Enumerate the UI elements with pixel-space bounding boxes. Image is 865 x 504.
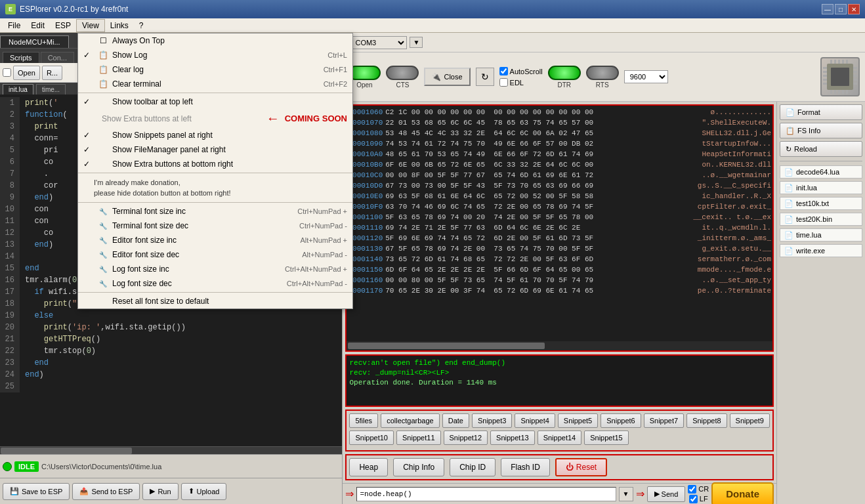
reset-button[interactable]: ⏻ Reset <box>555 458 607 476</box>
menu-log-font-inc[interactable]: 🔧 Log font size inc Ctrl+Alt+NumPad + <box>78 262 352 276</box>
menu-edit[interactable]: Edit <box>26 20 50 32</box>
com-port-select[interactable]: COM3 <box>348 36 407 49</box>
file-decode64[interactable]: 📄 decode64.lua <box>780 165 862 178</box>
save-to-esp-button[interactable]: 💾 Save to ESP <box>3 483 70 500</box>
menu-terminal-font-dec[interactable]: 🔧 Terminal font size dec Ctrl+NumPad - <box>78 219 352 233</box>
hex-line: 000010F063 70 74 46 69 6C 74 65 72 2E 00… <box>348 201 771 212</box>
menu-terminal-font-inc[interactable]: 🔧 Terminal font size inc Ctrl+NumPad + <box>78 204 352 219</box>
snippet-13[interactable]: Snippet13 <box>490 430 535 445</box>
snippet-11[interactable]: Snippet11 <box>396 430 441 445</box>
lf-checkbox[interactable] <box>689 495 698 503</box>
menu-view[interactable]: View <box>76 19 105 32</box>
minimize-button[interactable]: — <box>822 4 833 14</box>
send-button[interactable]: ▶ Send <box>647 486 686 502</box>
log-icon: 📋 <box>98 50 108 60</box>
menu-show-log[interactable]: ✓ 📋 Show Log Ctrl+L <box>78 48 352 62</box>
menu-file[interactable]: File <box>3 20 26 32</box>
reload-toolbar-button[interactable]: R... <box>42 66 62 80</box>
close-button[interactable]: 🔌 Close <box>424 68 470 86</box>
editor-hscrollbar[interactable] <box>0 446 342 454</box>
snippet-8[interactable]: Snippet8 <box>686 413 727 428</box>
snippet-3[interactable]: Snippet3 <box>472 413 512 428</box>
log-area[interactable]: recv:an't open file") end end_dump() rec… <box>345 354 774 407</box>
edl-checkbox[interactable] <box>499 78 508 87</box>
flash-id-button[interactable]: Flash ID <box>501 458 550 476</box>
tab-nodemcu[interactable]: NodeMCU+Mi... <box>0 35 69 48</box>
menu-editor-font-inc[interactable]: 🔧 Editor font size inc Alt+NumPad + <box>78 233 352 247</box>
command-input[interactable] <box>356 487 616 501</box>
hex-hscroll-thumb[interactable] <box>348 343 545 349</box>
menu-esp[interactable]: ESP <box>50 20 76 32</box>
menu-show-extra-left[interactable]: Show Extra buttons at left ← COMING SOON <box>78 109 352 128</box>
snippet-6[interactable]: Snippet6 <box>601 413 641 428</box>
reload-button[interactable]: ↻ Reload <box>780 141 862 157</box>
file-test20k[interactable]: 📄 test20K.bin <box>780 213 862 226</box>
snippet-14[interactable]: Snippet14 <box>538 430 582 445</box>
menu-show-toolbar[interactable]: ✓ Show toolbar at top left <box>78 94 352 109</box>
snippet-4[interactable]: Snippet4 <box>515 413 555 428</box>
dtr-button[interactable] <box>548 66 581 80</box>
snippet-10[interactable]: Snippet10 <box>349 430 394 445</box>
snippet-7[interactable]: Snippet7 <box>644 413 684 428</box>
title-bar: E ESPlorer v0.2.0-rc1 by 4refr0nt — □ ✕ <box>0 0 865 18</box>
upload-button[interactable]: ⬆ Upload <box>181 483 227 500</box>
menu-links[interactable]: Links <box>105 20 134 32</box>
fs-info-button[interactable]: 📋 FS Info <box>780 123 862 138</box>
center-content: 00001060C2 1C 00 00 00 00 00 00 00 00 00… <box>343 102 776 504</box>
snippet-15[interactable]: Snippet15 <box>584 430 629 445</box>
autoscroll-checkbox[interactable] <box>499 67 508 75</box>
file-write-exe[interactable]: 📄 write.exe <box>780 244 862 257</box>
file-init-lua[interactable]: 📄 init.lua <box>780 181 862 194</box>
open-button[interactable]: Open <box>13 66 40 80</box>
svg-rect-1 <box>831 68 849 86</box>
menu-log-font-dec[interactable]: 🔧 Log font size dec Ctrl+Alt+NumPad - <box>78 276 352 291</box>
checkbox-left[interactable] <box>3 68 11 77</box>
hscroll-thumb[interactable] <box>1 448 132 454</box>
menu-clear-log[interactable]: 📋 Clear log Ctrl+F1 <box>78 62 352 77</box>
sub-tab-scripts[interactable]: Scripts <box>3 52 39 63</box>
menu-editor-font-dec[interactable]: 🔧 Editor font size dec Alt+NumPad - <box>78 247 352 262</box>
send-to-esp-button[interactable]: 📤 Send to ESP <box>72 483 140 500</box>
tab-time-lua[interactable]: time... <box>36 84 66 94</box>
run-button[interactable]: ▶ Run <box>142 483 178 500</box>
cr-checkbox[interactable] <box>688 485 696 494</box>
rts-button[interactable] <box>586 66 619 80</box>
menu-help[interactable]: ? <box>134 20 149 32</box>
editor-font-inc-icon: 🔧 <box>98 235 108 245</box>
refresh-button[interactable]: ↻ <box>476 68 494 86</box>
snippet-5files[interactable]: 5files <box>349 413 378 428</box>
menu-show-filemanager[interactable]: ✓ Show FileManager panel at right <box>78 142 352 157</box>
hex-content[interactable]: 00001060C2 1C 00 00 00 00 00 00 00 00 00… <box>347 106 772 341</box>
format-button[interactable]: 📄 Format <box>780 104 862 120</box>
com-expand-button[interactable]: ▼ <box>410 37 423 48</box>
chip-id-button[interactable]: Chip ID <box>450 458 496 476</box>
chip-info-button[interactable]: Chip Info <box>393 458 444 476</box>
svg-rect-18 <box>834 90 836 94</box>
snippet-collectgarbage[interactable]: collectgarbage <box>381 413 440 428</box>
menu-show-snippets[interactable]: ✓ Show Snippets panel at right <box>78 128 352 142</box>
baud-rate-select[interactable]: 9600 115200 57600 <box>624 70 668 83</box>
menu-always-on-top[interactable]: ☐ Always On Top <box>78 33 352 48</box>
editor-font-dec-icon: 🔧 <box>98 249 108 260</box>
file-test10k[interactable]: 📄 test10k.txt <box>780 197 862 210</box>
snippet-9[interactable]: Snippet9 <box>730 413 770 428</box>
sub-tab-con[interactable]: Con... <box>41 52 74 63</box>
close-button[interactable]: ✕ <box>848 4 860 14</box>
donate-button[interactable]: Donate <box>711 482 774 505</box>
hex-line: 000010C000 00 8F 00 5F 5F 77 67 65 74 6D… <box>348 170 771 180</box>
snippet-5[interactable]: Snippet5 <box>558 413 598 428</box>
menu-clear-terminal[interactable]: 📋 Clear terminal Ctrl+F2 <box>78 77 352 91</box>
input-row: ⇒ ▼ ⇒ ▶ Send CR <box>343 483 776 504</box>
heap-button[interactable]: Heap <box>349 458 388 476</box>
tab-init-lua[interactable]: init.lua <box>3 84 33 94</box>
maximize-button[interactable]: □ <box>835 4 847 14</box>
cmd-dropdown-button[interactable]: ▼ <box>619 487 633 501</box>
hex-hscrollbar[interactable] <box>347 341 772 350</box>
cts-button[interactable] <box>386 66 419 80</box>
file-time-lua[interactable]: 📄 time.lua <box>780 228 862 242</box>
view-dropdown-menu: ☐ Always On Top ✓ 📋 Show Log Ctrl+L 📋 Cl… <box>77 33 353 309</box>
menu-reset-font[interactable]: Reset all font size to default <box>78 294 352 308</box>
snippet-12[interactable]: Snippet12 <box>444 430 488 445</box>
snippet-date[interactable]: Date <box>442 413 469 428</box>
menu-show-extra-bottom[interactable]: ✓ Show Extra buttons at bottom right <box>78 157 352 171</box>
